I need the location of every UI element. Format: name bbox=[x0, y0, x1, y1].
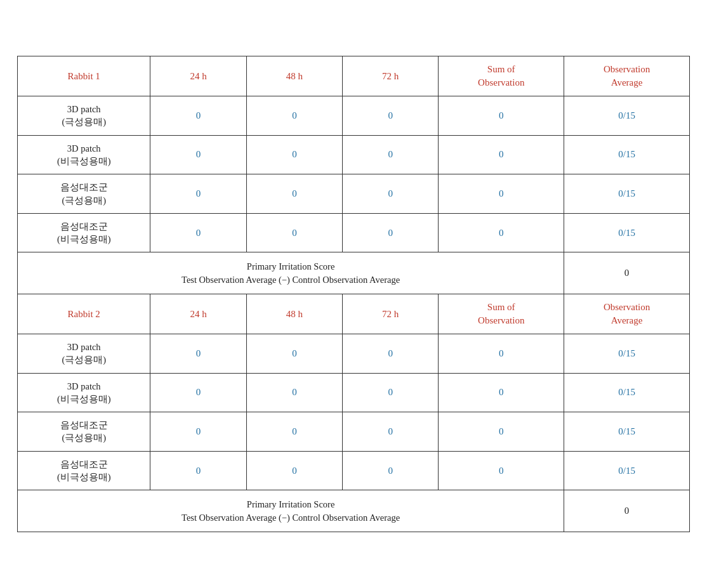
rabbit1-row3-24h: 0 bbox=[150, 174, 246, 214]
rabbit2-row2-72h: 0 bbox=[343, 373, 439, 412]
rabbit1-row1-label: 3D patch(극성용매) bbox=[18, 96, 150, 136]
rabbit1-row1-72h: 0 bbox=[343, 96, 439, 136]
rabbit2-row1-24h: 0 bbox=[150, 334, 246, 374]
rabbit1-row3-sum: 0 bbox=[439, 174, 564, 214]
rabbit2-row1-sum: 0 bbox=[439, 334, 564, 374]
rabbit1-row2-avg: 0/15 bbox=[564, 135, 690, 174]
rabbit2-row2-label: 3D patch(비극성용매) bbox=[18, 373, 150, 412]
rabbit1-row1-sum: 0 bbox=[439, 96, 564, 136]
rabbit1-row4-avg: 0/15 bbox=[564, 213, 690, 252]
rabbit1-row2: 3D patch(비극성용매) 0 0 0 0 0/15 bbox=[18, 135, 690, 174]
rabbit2-row2-sum: 0 bbox=[439, 373, 564, 412]
rabbit1-row3-48h: 0 bbox=[246, 174, 342, 214]
rabbit2-row3-48h: 0 bbox=[246, 412, 342, 452]
rabbit1-row4-sum: 0 bbox=[439, 213, 564, 252]
rabbit1-avg: ObservationAverage bbox=[564, 56, 690, 96]
main-container: Rabbit 1 24 h 48 h 72 h Sum ofObservatio… bbox=[17, 56, 690, 532]
rabbit1-row4-24h: 0 bbox=[150, 213, 246, 252]
rabbit1-row1-48h: 0 bbox=[246, 96, 342, 136]
rabbit2-summary-row: Primary Irritation Score Test Observatio… bbox=[18, 490, 690, 532]
rabbit1-row4-48h: 0 bbox=[246, 213, 342, 252]
rabbit2-row4-sum: 0 bbox=[439, 451, 564, 490]
rabbit2-header-row: Rabbit 2 24 h 48 h 72 h Sum ofObservatio… bbox=[18, 294, 690, 334]
rabbit1-row2-48h: 0 bbox=[246, 135, 342, 174]
rabbit1-row3-avg: 0/15 bbox=[564, 174, 690, 214]
rabbit2-48h: 48 h bbox=[246, 294, 342, 334]
rabbit2-row1-72h: 0 bbox=[343, 334, 439, 374]
rabbit1-row1-avg: 0/15 bbox=[564, 96, 690, 136]
rabbit1-row4: 음성대조군(비극성용매) 0 0 0 0 0/15 bbox=[18, 213, 690, 252]
rabbit2-row3-24h: 0 bbox=[150, 412, 246, 452]
data-table: Rabbit 1 24 h 48 h 72 h Sum ofObservatio… bbox=[17, 56, 690, 532]
rabbit2-row2: 3D patch(비극성용매) 0 0 0 0 0/15 bbox=[18, 373, 690, 412]
rabbit1-header-row: Rabbit 1 24 h 48 h 72 h Sum ofObservatio… bbox=[18, 56, 690, 96]
rabbit1-summary-row: Primary Irritation Score Test Observatio… bbox=[18, 252, 690, 294]
rabbit2-row3: 음성대조군(극성용매) 0 0 0 0 0/15 bbox=[18, 412, 690, 452]
rabbit1-label: Rabbit 1 bbox=[18, 56, 150, 96]
rabbit1-row1: 3D patch(극성용매) 0 0 0 0 0/15 bbox=[18, 96, 690, 136]
rabbit1-row2-label: 3D patch(비극성용매) bbox=[18, 135, 150, 174]
rabbit2-row4-24h: 0 bbox=[150, 451, 246, 490]
rabbit1-row3-label: 음성대조군(극성용매) bbox=[18, 174, 150, 214]
rabbit2-row2-avg: 0/15 bbox=[564, 373, 690, 412]
rabbit2-sum: Sum ofObservation bbox=[439, 294, 564, 334]
rabbit2-row3-label: 음성대조군(극성용매) bbox=[18, 412, 150, 452]
rabbit1-row1-24h: 0 bbox=[150, 96, 246, 136]
rabbit2-row4-72h: 0 bbox=[343, 451, 439, 490]
rabbit2-row4-avg: 0/15 bbox=[564, 451, 690, 490]
rabbit2-row1-48h: 0 bbox=[246, 334, 342, 374]
rabbit1-row2-24h: 0 bbox=[150, 135, 246, 174]
rabbit1-row3-72h: 0 bbox=[343, 174, 439, 214]
rabbit1-summary-value: 0 bbox=[564, 252, 690, 294]
rabbit1-24h: 24 h bbox=[150, 56, 246, 96]
rabbit1-row2-sum: 0 bbox=[439, 135, 564, 174]
rabbit1-summary-text: Primary Irritation Score Test Observatio… bbox=[18, 252, 564, 294]
rabbit1-48h: 48 h bbox=[246, 56, 342, 96]
rabbit2-row2-48h: 0 bbox=[246, 373, 342, 412]
rabbit2-row3-72h: 0 bbox=[343, 412, 439, 452]
rabbit2-avg: ObservationAverage bbox=[564, 294, 690, 334]
rabbit2-label: Rabbit 2 bbox=[18, 294, 150, 334]
rabbit2-24h: 24 h bbox=[150, 294, 246, 334]
rabbit2-row3-sum: 0 bbox=[439, 412, 564, 452]
rabbit1-72h: 72 h bbox=[343, 56, 439, 96]
rabbit2-row4-label: 음성대조군(비극성용매) bbox=[18, 451, 150, 490]
rabbit1-row2-72h: 0 bbox=[343, 135, 439, 174]
rabbit1-row4-label: 음성대조군(비극성용매) bbox=[18, 213, 150, 252]
rabbit2-summary-value: 0 bbox=[564, 490, 690, 532]
rabbit2-summary-text: Primary Irritation Score Test Observatio… bbox=[18, 490, 564, 532]
rabbit1-row3: 음성대조군(극성용매) 0 0 0 0 0/15 bbox=[18, 174, 690, 214]
rabbit1-row4-72h: 0 bbox=[343, 213, 439, 252]
rabbit2-row3-avg: 0/15 bbox=[564, 412, 690, 452]
rabbit2-row1-avg: 0/15 bbox=[564, 334, 690, 374]
rabbit1-sum: Sum ofObservation bbox=[439, 56, 564, 96]
rabbit2-row4-48h: 0 bbox=[246, 451, 342, 490]
rabbit2-row1-label: 3D patch(극성용매) bbox=[18, 334, 150, 374]
rabbit2-row1: 3D patch(극성용매) 0 0 0 0 0/15 bbox=[18, 334, 690, 374]
rabbit2-row4: 음성대조군(비극성용매) 0 0 0 0 0/15 bbox=[18, 451, 690, 490]
rabbit2-row2-24h: 0 bbox=[150, 373, 246, 412]
rabbit2-72h: 72 h bbox=[343, 294, 439, 334]
